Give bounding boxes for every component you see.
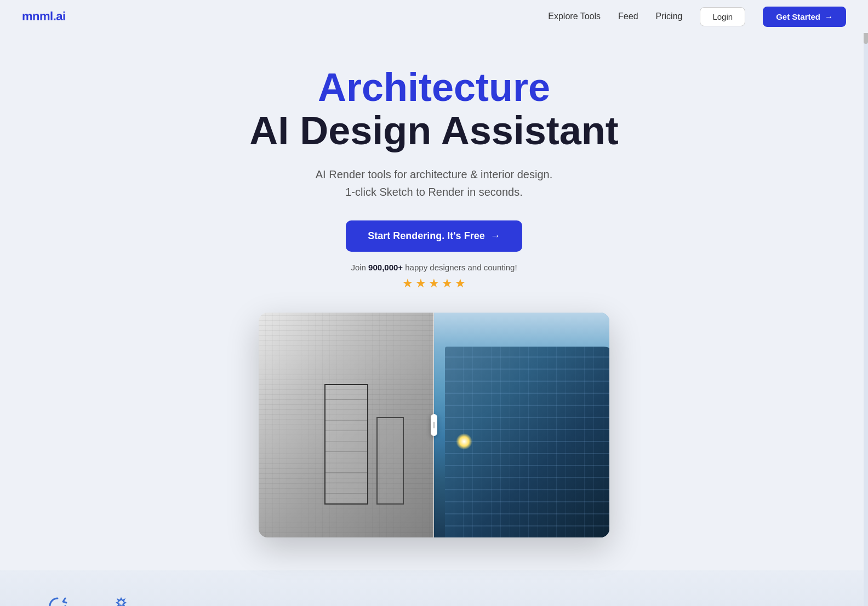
hero-title-line2: AI Design Assistant bbox=[249, 109, 619, 152]
star-2: ★ bbox=[415, 276, 426, 291]
feature-1-icon bbox=[44, 592, 71, 606]
bottom-features-section bbox=[0, 570, 868, 606]
social-proof-count: 900,000+ bbox=[368, 263, 403, 272]
star-1: ★ bbox=[402, 276, 413, 291]
hero-subtitle-line2: 1-click Sketch to Render in seconds. bbox=[345, 186, 523, 198]
nav-feed[interactable]: Feed bbox=[618, 12, 638, 21]
nav-pricing[interactable]: Pricing bbox=[656, 12, 683, 21]
hero-cta-label: Start Rendering. It's Free bbox=[368, 230, 484, 242]
feature-2 bbox=[104, 592, 132, 606]
hero-subtitle-line1: AI Render tools for architecture & inter… bbox=[316, 168, 552, 180]
star-5: ★ bbox=[455, 276, 466, 291]
star-4: ★ bbox=[442, 276, 453, 291]
brand-logo[interactable]: mnml.ai bbox=[22, 9, 66, 24]
feature-2-icon bbox=[104, 592, 132, 606]
nav-explore-tools[interactable]: Explore Tools bbox=[548, 12, 601, 21]
hero-subtitle: AI Render tools for architecture & inter… bbox=[316, 166, 552, 201]
svg-rect-1 bbox=[435, 422, 435, 428]
comparison-divider-handle[interactable] bbox=[431, 414, 437, 436]
svg-rect-0 bbox=[433, 422, 433, 428]
hero-section: Architecture AI Design Assistant AI Rend… bbox=[0, 33, 868, 537]
hero-title-line1: Architecture bbox=[318, 66, 550, 109]
magic-wand-icon bbox=[106, 594, 130, 606]
image-comparison[interactable] bbox=[259, 313, 609, 537]
social-proof-prefix: Join bbox=[351, 263, 368, 272]
sketch-building-main bbox=[324, 384, 368, 505]
sketch-building-secondary bbox=[376, 417, 404, 505]
star-3: ★ bbox=[429, 276, 439, 291]
nav-cta-arrow: → bbox=[825, 12, 833, 21]
handle-icon bbox=[432, 420, 436, 431]
scrollbar[interactable] bbox=[864, 0, 868, 606]
feature-1 bbox=[44, 592, 71, 606]
nav-cta-label: Get Started bbox=[776, 12, 820, 21]
hero-cta-button[interactable]: Start Rendering. It's Free → bbox=[346, 220, 522, 252]
social-proof-suffix: happy designers and counting! bbox=[403, 263, 517, 272]
nav-get-started-button[interactable]: Get Started → bbox=[763, 7, 846, 27]
nav-links: Explore Tools Feed Pricing Login Get Sta… bbox=[548, 7, 846, 27]
hero-cta-arrow: → bbox=[490, 230, 500, 242]
sketch-image bbox=[259, 313, 434, 537]
render-image bbox=[434, 313, 609, 537]
navbar: mnml.ai Explore Tools Feed Pricing Login… bbox=[0, 0, 868, 33]
star-rating: ★ ★ ★ ★ ★ bbox=[402, 276, 466, 291]
refresh-icon bbox=[45, 594, 70, 606]
hero-social-proof: Join 900,000+ happy designers and counti… bbox=[351, 263, 517, 272]
nav-login-button[interactable]: Login bbox=[700, 7, 745, 26]
logo-text: mnml.ai bbox=[22, 9, 66, 23]
